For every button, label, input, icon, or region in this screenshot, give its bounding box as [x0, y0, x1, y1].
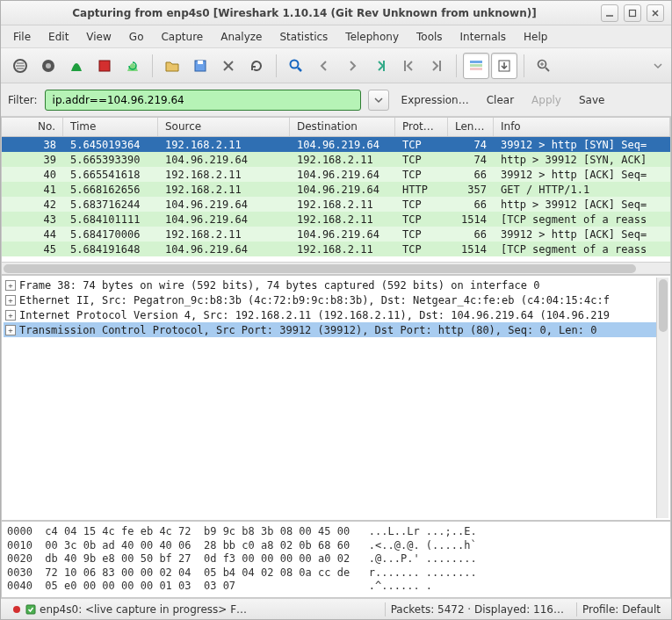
status-profile[interactable]: Profile: Default — [576, 602, 666, 616]
packet-row[interactable]: 385.645019364192.168.2.11104.96.219.64TC… — [2, 137, 670, 152]
svg-point-29 — [13, 606, 20, 613]
expand-icon[interactable]: + — [5, 295, 16, 306]
goto-packet-button[interactable] — [367, 53, 394, 79]
col-src[interactable]: Source — [158, 118, 290, 136]
autoscroll-button[interactable] — [491, 53, 517, 79]
status-bar: enp4s0: <live capture in progress> F… Pa… — [1, 598, 671, 619]
capture-options-button[interactable] — [35, 53, 61, 79]
menu-edit[interactable]: Edit — [40, 28, 77, 46]
details-vscrollbar[interactable] — [656, 278, 668, 518]
filter-expression-button[interactable]: Expression… — [396, 92, 474, 108]
filter-dropdown-button[interactable] — [368, 90, 389, 111]
packet-details-panel: +Frame 38: 74 bytes on wire (592 bits), … — [1, 275, 671, 521]
svg-rect-30 — [26, 605, 35, 614]
bytes-row[interactable]: 0040 05 e0 00 00 00 00 01 03 03 07 .^...… — [7, 580, 665, 594]
svg-point-9 — [46, 63, 51, 68]
menubar: File Edit View Go Capture Analyze Statis… — [1, 25, 671, 48]
col-dst[interactable]: Destination — [290, 118, 395, 136]
bytes-row[interactable]: 0020 db 40 9b e8 00 50 bf 27 0d f3 00 00… — [7, 552, 665, 566]
filter-label: Filter: — [8, 94, 38, 106]
toolbar — [1, 48, 671, 83]
col-no[interactable]: No. — [2, 118, 63, 136]
zoom-in-button[interactable] — [531, 53, 557, 79]
list-interfaces-button[interactable] — [7, 53, 33, 79]
packet-row[interactable]: 405.665541618192.168.2.11104.96.219.64TC… — [2, 167, 670, 182]
main-area: No. Time Source Destination Protocol Len… — [1, 117, 671, 598]
capture-active-icon — [11, 604, 22, 615]
menu-file[interactable]: File — [4, 28, 40, 46]
col-time[interactable]: Time — [63, 118, 158, 136]
menu-statistics[interactable]: Statistics — [271, 28, 336, 46]
filter-apply-button[interactable]: Apply — [526, 92, 567, 108]
colorize-button[interactable] — [463, 53, 489, 79]
svg-rect-1 — [630, 10, 636, 16]
status-interface: enp4s0: <live capture in progress> F… — [40, 603, 247, 616]
goto-first-button[interactable] — [395, 53, 422, 79]
start-capture-button[interactable] — [63, 53, 90, 79]
expert-info-icon[interactable] — [25, 604, 36, 615]
toolbar-overflow-button[interactable] — [650, 53, 666, 79]
find-packet-button[interactable] — [283, 53, 309, 79]
col-len[interactable]: Length — [448, 118, 494, 136]
packet-list-header: No. Time Source Destination Protocol Len… — [2, 118, 670, 137]
expand-icon[interactable]: + — [5, 325, 16, 335]
svg-line-26 — [546, 68, 549, 71]
detail-line[interactable]: +Transmission Control Protocol, Src Port… — [4, 322, 656, 337]
expand-icon[interactable]: + — [5, 310, 16, 321]
bytes-row[interactable]: 0000 c4 04 15 4c fe eb 4c 72 b9 9c b8 3b… — [7, 525, 665, 539]
svg-rect-21 — [470, 64, 482, 67]
packet-list-body[interactable]: 385.645019364192.168.2.11104.96.219.64TC… — [2, 137, 670, 262]
expand-icon[interactable]: + — [5, 280, 16, 291]
menu-tools[interactable]: Tools — [408, 28, 452, 46]
packet-row[interactable]: 415.668162656192.168.2.11104.96.219.64HT… — [2, 182, 670, 197]
window-maximize-button[interactable] — [624, 4, 641, 22]
detail-line[interactable]: +Frame 38: 74 bytes on wire (592 bits), … — [4, 278, 656, 292]
packet-row[interactable]: 395.665393390104.96.219.64192.168.2.11TC… — [2, 152, 670, 167]
packet-bytes-panel[interactable]: 0000 c4 04 15 4c fe eb 4c 72 b9 9c b8 3b… — [1, 521, 671, 598]
bytes-row[interactable]: 0030 72 10 06 83 00 00 02 04 05 b4 04 02… — [7, 566, 665, 580]
close-file-button[interactable] — [215, 53, 242, 79]
reload-button[interactable] — [243, 53, 270, 79]
go-forward-button[interactable] — [339, 53, 365, 79]
packet-row[interactable]: 445.684170006192.168.2.11104.96.219.64TC… — [2, 227, 670, 242]
packet-list-panel: No. Time Source Destination Protocol Len… — [1, 117, 671, 275]
window-minimize-button[interactable] — [601, 4, 618, 22]
packet-list-hscrollbar[interactable] — [2, 262, 670, 274]
app-window: Capturing from enp4s0 [Wireshark 1.10.14… — [0, 0, 672, 620]
menu-view[interactable]: View — [77, 28, 119, 46]
go-back-button[interactable] — [311, 53, 337, 79]
window-title: Capturing from enp4s0 [Wireshark 1.10.14… — [8, 7, 601, 19]
menu-analyze[interactable]: Analyze — [212, 28, 271, 46]
packet-row[interactable]: 425.683716244104.96.219.64192.168.2.11TC… — [2, 197, 670, 212]
packet-details-tree[interactable]: +Frame 38: 74 bytes on wire (592 bits), … — [4, 278, 656, 518]
goto-last-button[interactable] — [423, 53, 450, 79]
menu-capture[interactable]: Capture — [152, 28, 212, 46]
stop-capture-button[interactable] — [91, 53, 118, 79]
filter-input[interactable] — [45, 90, 361, 111]
filter-clear-button[interactable]: Clear — [481, 92, 519, 108]
save-file-button[interactable] — [187, 53, 213, 79]
status-packets: Packets: 5472 · Displayed: 116… — [385, 602, 569, 616]
packet-row[interactable]: 435.684101111104.96.219.64192.168.2.11TC… — [2, 212, 670, 227]
col-proto[interactable]: Protocol — [395, 118, 448, 136]
svg-line-16 — [298, 68, 301, 71]
detail-line[interactable]: +Ethernet II, Src: Pegatron_9c:b8:3b (4c… — [4, 292, 656, 307]
menu-telephony[interactable]: Telephony — [336, 28, 408, 46]
col-info[interactable]: Info — [494, 118, 670, 136]
titlebar: Capturing from enp4s0 [Wireshark 1.10.14… — [1, 1, 671, 25]
svg-rect-12 — [198, 61, 203, 64]
detail-line[interactable]: +Internet Protocol Version 4, Src: 192.1… — [4, 307, 656, 322]
menu-go[interactable]: Go — [120, 28, 153, 46]
svg-rect-10 — [99, 61, 110, 71]
packet-row[interactable]: 455.684191648104.96.219.64192.168.2.11TC… — [2, 242, 670, 256]
bytes-row[interactable]: 0010 00 3c 0b ad 40 00 40 06 28 bb c0 a8… — [7, 539, 665, 553]
open-file-button[interactable] — [159, 53, 185, 79]
restart-capture-button[interactable] — [119, 53, 146, 79]
menu-internals[interactable]: Internals — [452, 28, 516, 46]
filter-bar: Filter: Expression… Clear Apply Save — [1, 83, 671, 117]
window-close-button[interactable] — [647, 4, 664, 22]
svg-point-15 — [291, 60, 299, 68]
menu-help[interactable]: Help — [515, 28, 556, 46]
svg-rect-22 — [470, 68, 482, 70]
filter-save-button[interactable]: Save — [574, 92, 610, 108]
